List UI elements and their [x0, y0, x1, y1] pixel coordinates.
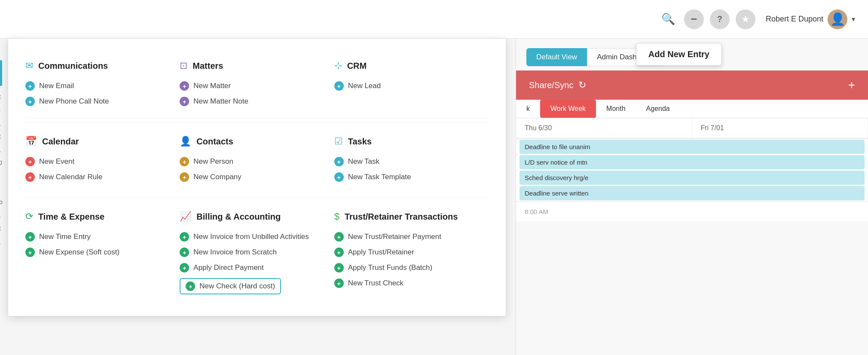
new-invoice-unbilled-label: New Invoice from Unbilled Activities: [193, 233, 309, 241]
agenda-tab[interactable]: Agenda: [636, 100, 680, 118]
new-task-template-item[interactable]: + New Task Template: [334, 169, 476, 185]
apply-trust-label: Apply Trust/Retainer: [348, 248, 414, 257]
default-view-label: Default View: [536, 53, 577, 61]
new-email-label: New Email: [39, 82, 74, 90]
week-tab-k[interactable]: k: [516, 100, 540, 118]
new-event-item[interactable]: + New Event: [25, 154, 167, 169]
new-event-label: New Event: [39, 157, 74, 166]
month-tab[interactable]: Month: [596, 100, 636, 118]
new-matter-item[interactable]: + New Matter: [180, 78, 321, 94]
time-label: 8:00 AM: [516, 202, 868, 221]
plus-icon: +: [180, 81, 189, 91]
new-trust-payment-item[interactable]: + New Trust/Retainer Payment: [334, 229, 476, 245]
communications-icon: ✉: [25, 60, 33, 71]
apply-trust-item[interactable]: + Apply Trust/Retainer: [334, 245, 476, 260]
share-sync-label: Share/Sync: [529, 80, 573, 90]
event-1-label: Deadline to file unanim: [525, 143, 590, 150]
calendar-icon: 📅: [25, 136, 37, 147]
default-view-tab[interactable]: Default View: [526, 48, 587, 66]
contacts-header: 👤 Contacts: [180, 136, 321, 147]
search-button[interactable]: 🔍: [658, 9, 678, 29]
user-section[interactable]: Robert E Dupont 👤 ▾: [766, 9, 855, 29]
plus-icon: +: [180, 172, 189, 182]
header-actions: 🔍 − ? ★ Robert E Dupont 👤 ▾: [658, 9, 855, 29]
new-task-template-label: New Task Template: [348, 173, 411, 181]
apply-trust-batch-label: Apply Trust Funds (Batch): [348, 263, 433, 272]
new-invoice-unbilled-item[interactable]: + New Invoice from Unbilled Activities: [180, 229, 321, 245]
matters-icon: ⊡: [180, 60, 187, 71]
plus-icon: +: [334, 172, 344, 182]
trust-header: $ Trust/Retainer Transactions: [334, 211, 476, 222]
plus-icon: +: [180, 232, 189, 242]
new-expense-item[interactable]: + New Expense (Soft cost): [25, 245, 167, 260]
event-1[interactable]: Deadline to file unanim: [520, 140, 865, 154]
tasks-icon: ☑: [334, 136, 343, 147]
plus-icon: +: [25, 232, 35, 242]
help-button[interactable]: ?: [710, 9, 730, 29]
contacts-title: Contacts: [196, 137, 233, 147]
week-tabs: k Work Week Month Agenda: [516, 100, 868, 118]
minus-button[interactable]: −: [684, 9, 704, 29]
month-label: Month: [606, 105, 625, 112]
event-4[interactable]: Deadline serve written: [520, 186, 865, 200]
crm-header: ⊹ CRM: [334, 60, 476, 71]
new-company-item[interactable]: + New Company: [180, 169, 321, 185]
new-check-item[interactable]: + New Check (Hard cost): [180, 278, 281, 294]
event-2[interactable]: L/D serv notice of mtn: [520, 155, 865, 169]
event-3[interactable]: Sched discovery hrg/e: [520, 171, 865, 185]
category-matters: ⊡ Matters + New Matter + New Matter Note: [180, 52, 334, 118]
new-person-label: New Person: [193, 157, 233, 166]
event-3-label: Sched discovery hrg/e: [525, 174, 588, 181]
search-icon: 🔍: [661, 12, 675, 26]
new-person-item[interactable]: + New Person: [180, 154, 321, 169]
calendar-header-row: Thu 6/30 Fri 7/01: [516, 118, 868, 138]
new-trust-payment-label: New Trust/Retainer Payment: [348, 233, 441, 241]
fri-date: Fri 7/01: [701, 124, 724, 132]
sidebar-partial-text: t i , t , J b , t ,: [0, 90, 3, 248]
new-phone-label: New Phone Call Note: [39, 97, 109, 106]
add-calendar-button[interactable]: +: [848, 78, 855, 92]
new-trust-check-item[interactable]: + New Trust Check: [334, 275, 476, 291]
new-phone-call-item[interactable]: + New Phone Call Note: [25, 94, 167, 109]
minus-icon: −: [691, 12, 697, 26]
share-sync-bar: Share/Sync ↻ +: [516, 70, 868, 100]
new-matter-note-item[interactable]: + New Matter Note: [180, 94, 321, 109]
new-calendar-rule-item[interactable]: + New Calendar Rule: [25, 169, 167, 185]
week-tab-k-label: k: [526, 105, 530, 112]
apply-trust-batch-item[interactable]: + Apply Trust Funds (Batch): [334, 260, 476, 275]
new-check-label: New Check (Hard cost): [199, 282, 275, 291]
communications-title: Communications: [38, 61, 108, 71]
plus-icon: +: [180, 248, 189, 257]
star-button[interactable]: ★: [736, 9, 755, 29]
new-company-label: New Company: [193, 173, 241, 181]
new-invoice-scratch-item[interactable]: + New Invoice from Scratch: [180, 245, 321, 260]
time-expense-icon: ⟳: [25, 211, 33, 222]
new-calendar-rule-label: New Calendar Rule: [39, 173, 102, 181]
plus-icon: +: [334, 263, 344, 272]
time-expense-title: Time & Expense: [38, 212, 104, 222]
work-week-tab[interactable]: Work Week: [540, 100, 596, 118]
plus-icon: +: [334, 248, 344, 257]
add-new-entry-button[interactable]: Add New Entry: [636, 43, 722, 66]
matters-header: ⊡ Matters: [180, 60, 321, 71]
new-matter-note-label: New Matter Note: [193, 97, 248, 106]
calendar-title: Calendar: [42, 137, 79, 147]
crm-icon: ⊹: [334, 60, 342, 71]
tasks-header: ☑ Tasks: [334, 136, 476, 147]
work-week-label: Work Week: [550, 105, 586, 112]
agenda-label: Agenda: [646, 105, 670, 112]
divider: [25, 122, 489, 123]
event-4-label: Deadline serve written: [525, 190, 588, 197]
category-communications: ✉ Communications + New Email + New Phone…: [25, 52, 180, 118]
categories-grid-row2: 📅 Calendar + New Event + New Calendar Ru…: [25, 127, 489, 193]
new-lead-item[interactable]: + New Lead: [334, 78, 476, 94]
apply-direct-payment-item[interactable]: + Apply Direct Payment: [180, 260, 321, 275]
billing-header: 📈 Billing & Accounting: [180, 211, 321, 222]
new-time-entry-item[interactable]: + New Time Entry: [25, 229, 167, 245]
chevron-down-icon: ▾: [852, 15, 855, 23]
new-invoice-scratch-label: New Invoice from Scratch: [193, 248, 277, 257]
new-task-label: New Task: [348, 157, 379, 166]
star-icon: ★: [741, 14, 750, 25]
new-task-item[interactable]: + New Task: [334, 154, 476, 169]
new-email-item[interactable]: + New Email: [25, 78, 167, 94]
